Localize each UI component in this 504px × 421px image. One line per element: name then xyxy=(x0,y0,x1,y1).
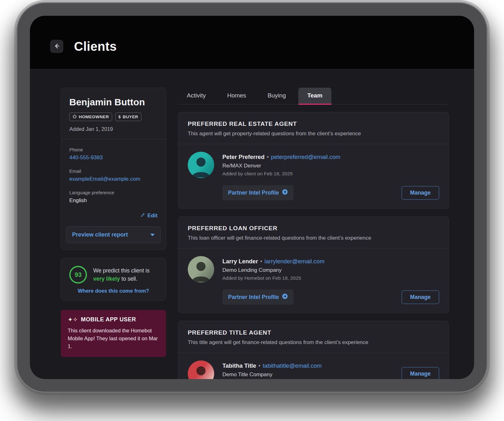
pencil-icon xyxy=(140,213,145,219)
partner-intel-profile-button[interactable]: Partner Intel Profile xyxy=(222,185,294,200)
avatar xyxy=(188,360,214,379)
section-header: PREFERRED LOAN OFFICER This loan officer… xyxy=(178,217,449,249)
tab-team[interactable]: Team xyxy=(298,88,331,104)
person-row: Tabitha Title•tabithatitle@email.com Dem… xyxy=(188,360,439,379)
email-link[interactable]: exampleEmail@example.com xyxy=(69,176,140,182)
app-screen: Clients Benjamin Button HOMEOWNER xyxy=(30,16,474,379)
section-title: PREFERRED LOAN OFFICER xyxy=(188,225,439,232)
preferred-loan-officer-card: PREFERRED LOAN OFFICER This loan officer… xyxy=(178,216,449,313)
manage-button[interactable]: Manage xyxy=(402,367,439,379)
person-name-row: Larry Lender•larrylender@email.com xyxy=(222,258,324,265)
section-title: PREFERRED REAL ESTATE AGENT xyxy=(188,120,439,127)
person-added: Added by client on Feb 18, 2025 xyxy=(222,171,340,177)
person-email-link[interactable]: larrylender@email.com xyxy=(265,258,324,265)
person-email-link[interactable]: peterpreferred@email.com xyxy=(271,154,340,160)
house-icon xyxy=(72,114,77,120)
preview-client-report-button[interactable]: Preview client report xyxy=(66,226,161,243)
client-detail-panel: Activity Homes Buying Team PREFERRED REA… xyxy=(178,88,449,379)
avatar xyxy=(188,152,214,178)
arrow-right-circle-icon xyxy=(282,293,288,301)
person-company: Demo Title Company xyxy=(222,371,322,378)
email-field: Email exampleEmail@example.com xyxy=(69,168,158,182)
mobile-app-body: This client downloaded the Homebot Mobil… xyxy=(68,327,159,350)
bullet-separator: • xyxy=(260,258,262,265)
person-added: Added by Homebot on Feb 18, 2025 xyxy=(222,275,324,281)
client-card: Benjamin Button HOMEOWNER $ BUYER xyxy=(61,88,166,250)
back-arrow-icon xyxy=(54,43,60,50)
preferred-real-estate-agent-card: PREFERRED REAL ESTATE AGENT This agent w… xyxy=(178,112,449,209)
person-company: Demo Lending Company xyxy=(222,267,324,273)
phone-field: Phone 440-555-9383 xyxy=(69,147,158,161)
client-badges: HOMEOWNER $ BUYER xyxy=(69,113,158,121)
client-added-date: Added Jan 1, 2019 xyxy=(69,126,158,132)
client-card-header: Benjamin Button HOMEOWNER $ BUYER xyxy=(61,88,166,139)
section-subtitle: This loan officer will get finance-relat… xyxy=(188,235,439,241)
person-row: Larry Lender•larrylender@email.com Demo … xyxy=(188,256,439,283)
arrow-right-circle-icon xyxy=(282,189,288,196)
avatar xyxy=(188,256,214,283)
language-field: Language preference English xyxy=(69,190,158,204)
content-area: Benjamin Button HOMEOWNER $ BUYER xyxy=(30,69,474,379)
client-sidebar: Benjamin Button HOMEOWNER $ BUYER xyxy=(61,88,166,379)
actions-row: Partner Intel Profile Manage xyxy=(188,185,439,200)
section-body: Larry Lender•larrylender@email.com Demo … xyxy=(178,249,449,313)
person-name: Tabitha Title xyxy=(222,362,256,369)
person-info: Peter Preferred•peterpreferred@email.com… xyxy=(222,154,340,177)
edit-button[interactable]: Edit xyxy=(140,213,158,219)
section-subtitle: This agent will get property-related que… xyxy=(188,131,439,137)
email-label: Email xyxy=(69,168,158,174)
actions-row: Partner Intel Profile Manage xyxy=(188,289,439,305)
client-contact-info: Phone 440-555-9383 Email exampleEmail@ex… xyxy=(61,139,166,213)
client-name: Benjamin Button xyxy=(69,97,158,108)
sparkles-icon: ✦✧ xyxy=(68,317,78,323)
prediction-highlight: very likely xyxy=(93,276,120,282)
tab-activity[interactable]: Activity xyxy=(178,88,215,104)
language-value: English xyxy=(69,197,158,204)
section-header: PREFERRED REAL ESTATE AGENT This agent w… xyxy=(178,112,449,144)
person-info: Larry Lender•larrylender@email.com Demo … xyxy=(222,258,324,281)
section-body: Tabitha Title•tabithatitle@email.com Dem… xyxy=(178,353,449,379)
phone-link[interactable]: 440-555-9383 xyxy=(69,155,103,161)
person-company: Re/MAX Denver xyxy=(222,163,340,169)
person-email-link[interactable]: tabithatitle@email.com xyxy=(263,362,322,369)
person-name: Peter Preferred xyxy=(222,154,265,160)
bullet-separator: • xyxy=(258,362,260,369)
partner-intel-profile-button[interactable]: Partner Intel Profile xyxy=(222,289,294,305)
back-button[interactable] xyxy=(50,40,63,53)
section-subtitle: This title agent will get finance-relate… xyxy=(188,339,439,346)
sell-prediction-card: 93 We predict this client is very likely… xyxy=(61,258,166,301)
app-header: Clients xyxy=(30,16,474,69)
page-title: Clients xyxy=(74,39,117,54)
language-label: Language preference xyxy=(69,190,158,195)
person-row: Peter Preferred•peterpreferred@email.com… xyxy=(188,152,439,178)
section-body: Peter Preferred•peterpreferred@email.com… xyxy=(178,144,449,208)
homeowner-badge: HOMEOWNER xyxy=(69,113,112,121)
tab-bar: Activity Homes Buying Team xyxy=(178,88,449,104)
mobile-app-title: MOBILE APP USER xyxy=(81,316,136,323)
person-name: Larry Lender xyxy=(222,258,258,265)
edit-row: Edit xyxy=(61,213,166,223)
tablet-frame: Clients Benjamin Button HOMEOWNER xyxy=(17,3,487,392)
preferred-title-agent-card: PREFERRED TITLE AGENT This title agent w… xyxy=(178,321,449,379)
score-gauge: 93 xyxy=(69,266,87,284)
prediction-info-link[interactable]: Where does this come from? xyxy=(69,288,158,294)
tab-homes[interactable]: Homes xyxy=(218,88,255,104)
manage-button[interactable]: Manage xyxy=(402,186,439,200)
person-name-row: Tabitha Title•tabithatitle@email.com xyxy=(222,362,322,369)
section-title: PREFERRED TITLE AGENT xyxy=(188,329,439,336)
tab-buying[interactable]: Buying xyxy=(259,88,295,104)
mobile-app-title-row: ✦✧ MOBILE APP USER xyxy=(68,316,159,323)
bullet-separator: • xyxy=(267,154,269,160)
manage-button[interactable]: Manage xyxy=(402,290,439,304)
dollar-icon: $ xyxy=(118,114,121,119)
phone-label: Phone xyxy=(69,147,158,152)
mobile-app-user-card: ✦✧ MOBILE APP USER This client downloade… xyxy=(61,310,166,357)
section-header: PREFERRED TITLE AGENT This title agent w… xyxy=(178,321,449,353)
person-info: Tabitha Title•tabithatitle@email.com Dem… xyxy=(222,362,322,379)
prediction-text: We predict this client is very likely to… xyxy=(93,266,158,283)
chevron-down-icon xyxy=(150,234,155,236)
prediction-row: 93 We predict this client is very likely… xyxy=(69,266,158,284)
person-name-row: Peter Preferred•peterpreferred@email.com xyxy=(222,154,340,161)
buyer-badge: $ BUYER xyxy=(115,113,141,121)
